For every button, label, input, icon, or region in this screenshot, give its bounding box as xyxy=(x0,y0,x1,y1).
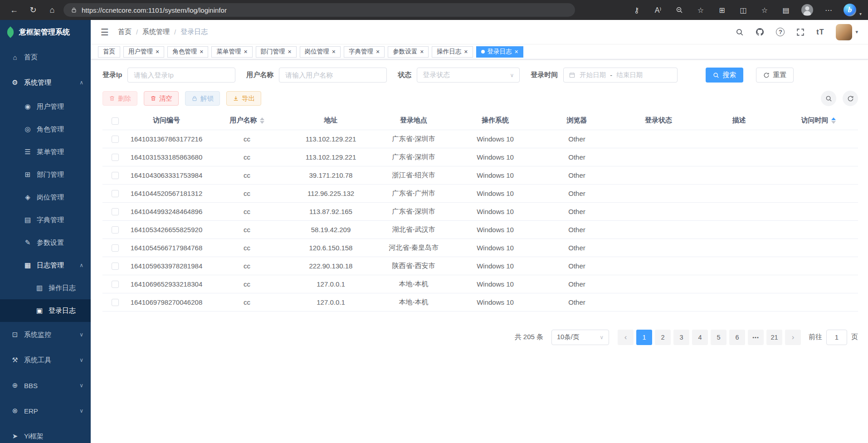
header-search-icon[interactable] xyxy=(736,28,744,36)
toggle-search-button[interactable] xyxy=(821,91,836,106)
date-range-picker[interactable]: 开始日期 - 结束日期 xyxy=(563,68,678,83)
password-key-icon[interactable]: ⚷ xyxy=(630,4,643,16)
status-select[interactable]: 登录状态 ∨ xyxy=(417,68,520,83)
split-screen-icon[interactable]: ◫ xyxy=(737,4,750,16)
font-size-icon[interactable]: tT xyxy=(816,28,824,36)
breadcrumb-system[interactable]: 系统管理 xyxy=(142,28,170,36)
page-button-6[interactable]: 6 xyxy=(729,330,745,345)
breadcrumb-home[interactable]: 首页 xyxy=(118,28,132,36)
tab-close-icon[interactable]: × xyxy=(200,49,203,55)
sidebar-item-monitor[interactable]: ⊡系统监控∨ xyxy=(0,322,91,347)
tab-close-icon[interactable]: × xyxy=(332,49,336,55)
refresh-table-button[interactable] xyxy=(843,91,858,106)
tab-close-icon[interactable]: × xyxy=(420,49,424,55)
tab-登录日志[interactable]: 登录日志× xyxy=(476,46,523,58)
sidebar-item-role-mgmt[interactable]: ◎角色管理 xyxy=(0,118,91,141)
next-page-button[interactable]: › xyxy=(785,330,801,345)
row-checkbox[interactable] xyxy=(112,281,119,288)
user-name-input[interactable] xyxy=(279,68,387,83)
row-checkbox[interactable] xyxy=(112,263,119,270)
page-button-3[interactable]: 3 xyxy=(673,330,689,345)
row-checkbox[interactable] xyxy=(112,154,119,161)
bing-icon[interactable]: b xyxy=(844,4,856,16)
delete-button[interactable]: 删除 xyxy=(102,91,137,106)
tab-参数设置[interactable]: 参数设置× xyxy=(388,46,429,58)
sidebar-item-bbs[interactable]: ⊕BBS∨ xyxy=(0,373,91,398)
sidebar-item-tools[interactable]: ⚒系统工具∨ xyxy=(0,347,91,373)
tab-close-icon[interactable]: × xyxy=(515,49,518,55)
sidebar-item-param-settings[interactable]: ✎参数设置 xyxy=(0,231,91,254)
tab-首页[interactable]: 首页 xyxy=(98,46,120,58)
sidebar-item-dept-mgmt[interactable]: ⊞部门管理 xyxy=(0,163,91,186)
collapse-sidebar-icon[interactable]: ☰ xyxy=(101,27,109,38)
tab-菜单管理[interactable]: 菜单管理× xyxy=(211,46,252,58)
page-size-select[interactable]: 10条/页 ∨ xyxy=(551,330,609,345)
sidebar-item-op-log[interactable]: ▥操作日志 xyxy=(0,277,91,299)
sidebar-item-yi-framework[interactable]: ➤Yi框架 xyxy=(0,424,91,443)
sidebar-item-post-mgmt[interactable]: ◈岗位管理 xyxy=(0,186,91,209)
bing-dropdown-caret[interactable]: ▾ xyxy=(859,11,862,16)
col-header-user-name[interactable]: 用户名称 xyxy=(205,112,289,130)
browser-more-icon[interactable]: ⋯ xyxy=(822,4,835,16)
row-checkbox[interactable] xyxy=(112,208,119,215)
more-pages-button[interactable]: ••• xyxy=(748,330,764,345)
sort-asc-icon[interactable] xyxy=(831,117,836,120)
login-ip-input[interactable] xyxy=(127,68,235,83)
select-all-checkbox[interactable] xyxy=(112,117,119,125)
row-checkbox[interactable] xyxy=(112,226,119,234)
favorites-bar-icon[interactable]: ☆ xyxy=(758,4,771,16)
sidebar-item-dict-mgmt[interactable]: ▤字典管理 xyxy=(0,209,91,231)
row-checkbox[interactable] xyxy=(112,244,119,252)
sidebar-item-system[interactable]: ⚙系统管理∧ xyxy=(0,70,91,95)
unlock-button[interactable]: 解锁 xyxy=(185,91,220,106)
tab-用户管理[interactable]: 用户管理× xyxy=(123,46,164,58)
sort-asc-icon[interactable] xyxy=(260,117,264,120)
address-bar[interactable]: https://ccnetcore.com:1101/system/log/lo… xyxy=(63,3,575,17)
search-button[interactable]: 搜索 xyxy=(706,68,743,83)
goto-page-input[interactable] xyxy=(826,330,847,345)
fullscreen-icon[interactable] xyxy=(796,28,805,36)
sort-desc-icon[interactable] xyxy=(260,121,264,124)
row-checkbox[interactable] xyxy=(112,299,119,306)
export-button[interactable]: 导出 xyxy=(226,91,261,106)
tab-close-icon[interactable]: × xyxy=(156,49,159,55)
page-button-1[interactable]: 1 xyxy=(636,330,652,345)
sort-carets-icon[interactable] xyxy=(831,117,836,124)
tab-岗位管理[interactable]: 岗位管理× xyxy=(300,46,341,58)
github-icon[interactable] xyxy=(756,28,764,36)
reset-button[interactable]: 重置 xyxy=(756,68,794,83)
collections-icon[interactable]: ▤ xyxy=(780,4,792,16)
tab-字典管理[interactable]: 字典管理× xyxy=(344,46,385,58)
tab-close-icon[interactable]: × xyxy=(288,49,292,55)
browser-home-icon[interactable]: ⌂ xyxy=(44,2,60,18)
tab-部门管理[interactable]: 部门管理× xyxy=(256,46,297,58)
sidebar-item-home[interactable]: ⌂首页 xyxy=(0,44,91,70)
sidebar-item-erp[interactable]: ⊗ERP∨ xyxy=(0,398,91,424)
tab-close-icon[interactable]: × xyxy=(376,49,380,55)
prev-page-button[interactable]: ‹ xyxy=(618,330,634,345)
row-checkbox[interactable] xyxy=(112,172,119,179)
sidebar-item-log-mgmt[interactable]: ▦日志管理∧ xyxy=(0,254,91,277)
zoom-out-icon[interactable] xyxy=(673,4,686,16)
clear-button[interactable]: 清空 xyxy=(144,91,179,106)
sort-carets-icon[interactable] xyxy=(260,117,264,124)
page-button-2[interactable]: 2 xyxy=(655,330,671,345)
page-button-5[interactable]: 5 xyxy=(711,330,727,345)
col-header-visit-time[interactable]: 访问时间 xyxy=(779,112,858,130)
sidebar-item-user-mgmt[interactable]: ◉用户管理 xyxy=(0,95,91,118)
browser-profile-icon[interactable] xyxy=(801,4,814,16)
row-checkbox[interactable] xyxy=(112,190,119,197)
read-aloud-icon[interactable]: A⁾ xyxy=(652,4,664,16)
sort-desc-icon[interactable] xyxy=(831,121,836,124)
help-icon[interactable]: ? xyxy=(776,28,785,36)
tab-close-icon[interactable]: × xyxy=(244,49,247,55)
browser-back-icon[interactable]: ← xyxy=(6,2,22,18)
browser-refresh-icon[interactable]: ↻ xyxy=(25,2,41,18)
row-checkbox[interactable] xyxy=(112,136,119,143)
sidebar-item-login-log[interactable]: ▣登录日志 xyxy=(0,299,91,322)
tab-close-icon[interactable]: × xyxy=(464,49,468,55)
tab-角色管理[interactable]: 角色管理× xyxy=(167,46,208,58)
page-button-4[interactable]: 4 xyxy=(692,330,708,345)
page-button-21[interactable]: 21 xyxy=(766,330,782,345)
user-menu[interactable]: ▾ xyxy=(836,24,858,40)
